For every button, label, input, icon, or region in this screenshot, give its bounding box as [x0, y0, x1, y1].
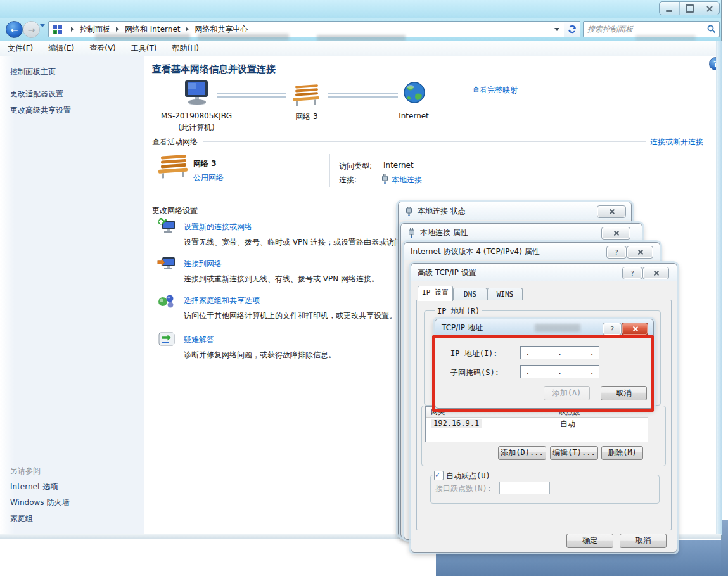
- network-bench-icon[interactable]: [291, 82, 322, 106]
- window-titlebar[interactable]: [0, 0, 721, 18]
- tcpip-close-button[interactable]: [622, 323, 648, 335]
- homegroup-icon: [157, 293, 176, 309]
- connect-disconnect-link[interactable]: 连接或断开连接: [650, 137, 703, 148]
- status-dialog-titlebar[interactable]: 本地连接 状态: [399, 202, 631, 220]
- tab-wins[interactable]: WINS: [487, 288, 523, 301]
- censored-blur: [535, 324, 580, 332]
- page-title: 查看基本网络信息并设置连接: [152, 63, 276, 75]
- breadcrumb-separator: [116, 27, 119, 32]
- menu-view[interactable]: 查看(V): [82, 43, 124, 54]
- interface-metric-input[interactable]: [499, 482, 550, 494]
- menu-edit[interactable]: 编辑(E): [41, 43, 82, 54]
- window-right-border: [716, 41, 722, 535]
- breadcrumb-network-internet[interactable]: 网络和 Internet: [125, 24, 180, 35]
- interface-metric-label: 接口跃点数(N):: [435, 483, 492, 494]
- search-input[interactable]: [586, 23, 703, 35]
- breadcrumb-network-sharing[interactable]: 网络和共享中心: [195, 24, 248, 35]
- connect-to-network-link[interactable]: 连接到网络: [184, 259, 222, 269]
- map-network-name: 网络 3: [281, 112, 332, 122]
- edit-gateway-button[interactable]: 编辑(T)...: [550, 446, 598, 460]
- homegroup-sharing-desc: 访问位于其他网络计算机上的文件和打印机，或更改共享设置。: [184, 310, 397, 321]
- close-icon: [637, 249, 644, 256]
- setup-new-connection-link[interactable]: 设置新的连接或网络: [184, 222, 252, 233]
- computer-icon[interactable]: [182, 80, 212, 106]
- tab-dns[interactable]: DNS: [453, 288, 487, 301]
- status-close-button[interactable]: [597, 205, 626, 218]
- ipv4-close-button[interactable]: [627, 246, 653, 259]
- map-link-line: [217, 93, 286, 98]
- ipv4-dialog-title: Internet 协议版本 4 (TCP/IPv4) 属性: [411, 246, 540, 257]
- advanced-cancel-button[interactable]: 取消: [620, 534, 667, 548]
- maximize-button[interactable]: [680, 2, 700, 15]
- breadcrumb-separator: [186, 27, 189, 32]
- chevron-down-icon: [40, 24, 45, 36]
- refresh-button[interactable]: [564, 21, 580, 37]
- tcpip-help-button[interactable]: ?: [603, 323, 622, 335]
- internet-globe-icon[interactable]: [403, 81, 426, 104]
- ipv4-help-button[interactable]: ?: [606, 246, 627, 259]
- local-connection-link[interactable]: 本地连接: [392, 175, 422, 186]
- recent-pages-dropdown[interactable]: [40, 27, 45, 36]
- connect-to-network-icon: [157, 255, 176, 271]
- delete-gateway-button[interactable]: 删除(M): [601, 446, 643, 460]
- menu-bar: 文件(F) 编辑(E) 查看(V) 工具(T) 帮助(H): [0, 41, 721, 56]
- breadcrumb-separator: [71, 27, 74, 32]
- sidebar: 控制面板主页 更改适配器设置 更改高级共享设置 另请参阅 Internet 选项…: [0, 56, 144, 535]
- forward-button[interactable]: →: [23, 21, 40, 38]
- section-divider: [203, 141, 646, 142]
- gateway-list-row[interactable]: 192.16.9.1 自动: [426, 418, 648, 429]
- gateway-cell[interactable]: 192.16.9.1: [431, 419, 482, 428]
- network-type-link[interactable]: 公用网络: [193, 172, 224, 183]
- search-icon[interactable]: [707, 25, 716, 34]
- sidebar-item-windows-firewall[interactable]: Windows 防火墙: [10, 497, 69, 508]
- censored-blur: [95, 34, 190, 41]
- sidebar-item-homegroup[interactable]: 家庭组: [10, 513, 33, 524]
- desktop-background-right: [721, 520, 728, 576]
- minimize-button[interactable]: [660, 2, 680, 15]
- troubleshoot-icon: [158, 332, 175, 347]
- close-icon: [613, 230, 620, 237]
- properties-close-button[interactable]: [601, 227, 630, 240]
- auto-metric-checkbox[interactable]: [434, 471, 444, 480]
- ethernet-plug-icon: [405, 207, 413, 216]
- subnet-mask-input[interactable]: [520, 365, 599, 378]
- change-settings-heading: 更改网络设置: [152, 205, 198, 216]
- access-type-label: 访问类型:: [339, 161, 372, 172]
- breadcrumb-control-panel[interactable]: 控制面板: [80, 24, 110, 35]
- advanced-ok-button[interactable]: 确定: [566, 534, 613, 548]
- advanced-close-button[interactable]: [642, 267, 669, 279]
- help-icon: ?: [610, 325, 615, 333]
- tcpip-add-button[interactable]: 添加(A): [544, 386, 590, 400]
- gateway-column-header[interactable]: 网关: [431, 407, 445, 417]
- tcpip-cancel-button[interactable]: 取消: [601, 386, 647, 400]
- tcpip-dialog-title: TCP/IP 地址: [442, 323, 483, 333]
- troubleshoot-desc: 诊断并修复网络问题，或获得故障排除信息。: [184, 350, 336, 361]
- sidebar-item-change-adapter-settings[interactable]: 更改适配器设置: [10, 89, 63, 99]
- add-gateway-button[interactable]: 添加(D)...: [498, 446, 546, 460]
- close-icon: [608, 208, 615, 215]
- chevron-down-icon: [554, 28, 559, 31]
- close-button[interactable]: [699, 2, 719, 15]
- menu-file[interactable]: 文件(F): [0, 43, 41, 54]
- troubleshoot-link[interactable]: 疑难解答: [184, 335, 214, 345]
- view-full-map-link[interactable]: 查看完整映射: [472, 85, 518, 96]
- active-network-name: 网络 3: [193, 158, 217, 169]
- homegroup-sharing-link[interactable]: 选择家庭组和共享选项: [184, 295, 260, 306]
- menu-help[interactable]: 帮助(H): [165, 43, 207, 54]
- ip-address-input[interactable]: [520, 346, 599, 359]
- back-button[interactable]: ←: [6, 21, 23, 38]
- metric-cell: 自动: [560, 419, 575, 430]
- address-dropdown-button[interactable]: [550, 21, 565, 37]
- ethernet-plug-icon: [381, 174, 389, 184]
- sidebar-item-control-panel-home[interactable]: 控制面板主页: [10, 67, 56, 77]
- auto-metric-label[interactable]: 自动跃点(U): [444, 471, 492, 482]
- advanced-help-button[interactable]: ?: [622, 267, 642, 279]
- sidebar-item-change-advanced-sharing[interactable]: 更改高级共享设置: [10, 105, 71, 116]
- metric-column-header[interactable]: 跃点数: [559, 407, 580, 417]
- tab-ip-settings[interactable]: IP 设置: [418, 286, 453, 301]
- gateway-list[interactable]: 网关 跃点数 192.16.9.1 自动: [425, 406, 648, 442]
- menu-tools[interactable]: 工具(T): [124, 43, 165, 54]
- forward-arrow-icon: →: [28, 25, 35, 34]
- connect-to-network-desc: 连接到或重新连接到无线、有线、拨号或 VPN 网络连接。: [184, 274, 379, 285]
- sidebar-item-internet-options[interactable]: Internet 选项: [10, 482, 58, 492]
